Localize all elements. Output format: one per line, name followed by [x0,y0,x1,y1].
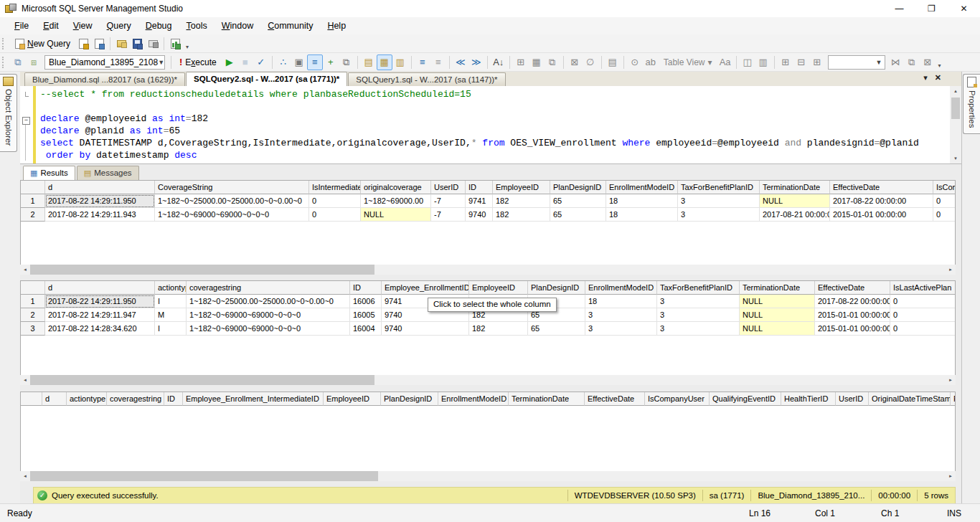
scroll-left-icon[interactable]: ◄ [20,474,30,478]
merge-cells-icon[interactable]: ▥ [755,54,771,70]
cell[interactable]: NULL [760,194,830,208]
menu-window[interactable]: Window [215,18,260,34]
include-estimated-plan-icon[interactable]: ▣ [291,54,307,70]
column-header-TerminationDate[interactable]: TerminationDate [509,392,585,406]
column-header-UserID[interactable]: UserID [431,181,466,194]
cell[interactable]: 0 [933,194,956,208]
scroll-right-icon[interactable]: ► [946,378,956,382]
cell[interactable]: 0 [933,208,956,222]
scroll-down-icon[interactable]: ▼ [950,153,961,163]
query-options-icon[interactable]: ≡ [307,54,323,70]
object-explorer-tab[interactable]: Object Explorer [0,74,17,152]
intellisense-icon[interactable]: + [323,54,339,70]
activity-monitor-icon[interactable] [167,36,183,52]
execute-button[interactable]: !Execute [174,54,222,70]
cell[interactable]: 2015-01-01 00:00:00 [830,208,933,222]
cell[interactable]: 1~182~0~69000~69000~0~0~0 [187,308,350,322]
script-icon[interactable]: ⊠ [920,54,936,70]
column-header-CoverageString[interactable]: CoverageString [155,181,309,194]
change-connection-icon[interactable]: ⧉ [10,54,26,70]
results-to-grid-icon[interactable]: ▦ [377,54,392,70]
toolbar-overflow-icon[interactable]: ▾ [936,54,944,70]
database-combobox[interactable]: Blue_Diamond_13895_2108▼ [44,55,165,70]
results-to-file-icon[interactable]: ▥ [392,54,408,70]
hscrollbar-2[interactable]: ◄► [20,375,956,385]
stop-icon[interactable]: ■ [237,54,253,70]
split-cells-icon[interactable]: ◫ [740,54,755,70]
chevron-down-icon[interactable]: ▼ [158,59,164,66]
cascade-windows-icon[interactable]: ⧉ [339,54,354,70]
cell[interactable]: M [155,308,187,322]
cell[interactable]: 2017-08-22 00:00:00 [815,295,890,308]
cell[interactable]: 182 [493,208,550,222]
results-tab-results[interactable]: ▦Results [23,166,75,180]
cell[interactable]: 2017-08-22 14:29:11.950 [45,194,155,208]
column-header-UserID[interactable]: UserID [836,392,869,406]
row-header[interactable]: 1 [21,194,45,208]
menu-debug[interactable]: Debug [138,18,179,34]
table-view-dropdown[interactable]: Table View▾ [659,54,717,70]
column-header-d[interactable]: d [42,392,67,406]
relationship-icon[interactable]: ⋈ [888,54,904,70]
row-header[interactable]: 2 [21,308,45,322]
new-table-icon[interactable]: ⊞ [513,54,529,70]
cell[interactable]: 2017-08-21 00:00:00 [760,208,830,222]
column-header-Employee_EnrollmentID[interactable]: Employee_EnrollmentID [382,281,469,295]
column-header-coveragestring[interactable]: coveragestring [107,392,164,406]
change-database-icon[interactable]: ⧈ [26,54,42,70]
row-header[interactable]: 3 [21,322,45,336]
scroll-thumb[interactable] [30,265,374,275]
cell[interactable]: 9740 [382,322,469,336]
cell[interactable]: 2017-08-22 14:29:11.947 [45,308,155,322]
column-header-R[interactable]: R [951,392,956,406]
cell[interactable]: NULL [361,208,431,222]
cell[interactable]: 0 [309,194,361,208]
column-header-EnrollmentModeID[interactable]: EnrollmentModeID [438,392,509,406]
cell[interactable]: 2017-08-22 14:29:11.950 [45,295,155,308]
scroll-left-icon[interactable]: ◄ [20,267,30,272]
cell[interactable]: 2015-01-01 00:00:00 [815,322,890,336]
cell[interactable]: 2015-01-01 00:00:00 [815,308,890,322]
cell[interactable]: I [155,295,187,308]
column-header-EnrollmentModeID[interactable]: EnrollmentModeID [585,281,657,295]
cell[interactable]: -7 [431,194,466,208]
column-header-Employee_Enrollment_IntermediateID[interactable]: Employee_Enrollment_IntermediateID [183,392,324,406]
document-tab-2[interactable]: SQLQuery2.sql - W...2017 (sa (1771))* [186,72,347,86]
secondary-combobox[interactable]: ▼ [828,55,885,70]
scroll-right-icon[interactable]: ► [946,267,956,272]
chevron-down-icon[interactable]: ▼ [874,59,885,66]
column-header-EmployeeID[interactable]: EmployeeID [324,392,381,406]
editor-vscrollbar[interactable]: ▲ ▼ [950,86,961,163]
print-icon[interactable] [145,36,161,52]
generate-change-script-icon[interactable]: ▤ [605,54,621,70]
column-header-EffectiveDate[interactable]: EffectiveDate [815,281,890,295]
cell[interactable]: 1~182~0~69000~69000~0~0~0 [187,322,350,336]
specify-template-values-icon[interactable]: ∴ [275,54,291,70]
scroll-thumb[interactable] [30,375,374,385]
properties-tab[interactable]: Properties [963,74,980,134]
delete-row-icon[interactable]: ⊟ [793,54,809,70]
scroll-thumb[interactable] [951,98,960,119]
column-header-originalcoverage[interactable]: originalcoverage [361,181,431,194]
scroll-up-icon[interactable]: ▲ [950,86,961,96]
column-header-TaxForBenefitPlanID[interactable]: TaxForBenefitPlanID [657,281,740,295]
column-header-IsIntermediate[interactable]: IsIntermediate [309,181,361,194]
grid-corner[interactable] [21,281,45,295]
grid-corner[interactable] [21,392,42,406]
cell[interactable]: 182 [469,322,528,336]
cell[interactable]: 1~182~0~69000~69000~0~0~0 [155,208,309,222]
cell[interactable]: 1~182~69000.00 [361,194,431,208]
scroll-track[interactable] [30,471,946,481]
column-header-actiontype[interactable]: actiontype [67,392,107,406]
sql-editor[interactable]: − --select * from reductionscheduledetai… [20,86,961,164]
increase-indent-icon[interactable]: ≫ [468,54,484,70]
cell[interactable]: 18 [606,194,678,208]
cell[interactable]: 16005 [350,308,382,322]
table-properties-icon[interactable]: ▦ [529,54,545,70]
primary-key-icon[interactable]: ⊙ [627,54,643,70]
insert-row-icon[interactable]: ⊞ [778,54,793,70]
collapse-region-icon[interactable]: − [22,117,30,125]
cell[interactable]: 1~182~0~25000.00~25000.00~0~0.00~0 [155,194,309,208]
menu-edit[interactable]: Edit [36,18,66,34]
menu-view[interactable]: View [66,18,100,34]
